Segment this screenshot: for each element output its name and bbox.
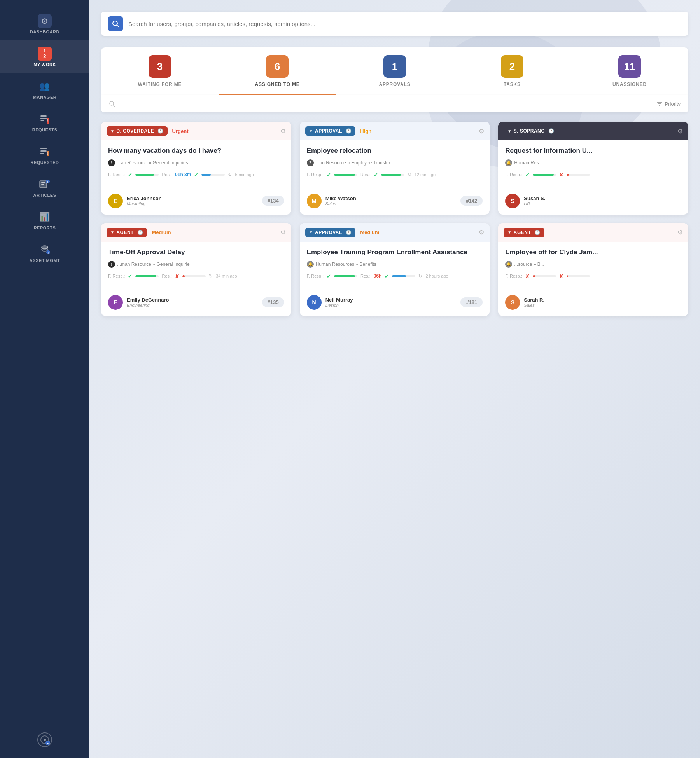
svg-rect-5	[40, 148, 47, 149]
card-4-gear-icon[interactable]: ⚙	[280, 229, 286, 236]
filter-priority-btn[interactable]: Priority	[656, 101, 681, 107]
tab-unassigned[interactable]: 11 UNASSIGNED	[571, 47, 688, 95]
sidebar-item-requests[interactable]: ! REQUESTS	[0, 106, 89, 138]
card-2-meta: F. Resp.: ✔ Res.: ✔ ↻ 12 min ago	[307, 172, 483, 178]
card-1-agent-dept: Marketing	[127, 201, 258, 206]
tab-label-approvals: APPROVALS	[379, 82, 411, 87]
svg-rect-0	[40, 115, 47, 117]
tab-badge-unassigned: 11	[618, 55, 641, 78]
card-1-body: How many vacation days do I have? ! ...a…	[101, 140, 291, 189]
card-5-progress2	[392, 275, 415, 277]
tab-approvals[interactable]: 1 APPROVALS	[336, 47, 453, 95]
card-5-tag: ▼ APPROVAL 🕐	[305, 228, 356, 237]
card-1-refresh-icon: ↻	[228, 172, 232, 177]
card-3-agent-info: Susan S. HR	[524, 196, 681, 206]
card-5-avatar: N	[307, 295, 322, 310]
card-4-agent-info: Emily DeGennaro Engineering	[127, 297, 258, 307]
tab-label-tasks: TASKS	[504, 82, 521, 87]
card-4-progress2	[182, 275, 206, 277]
sidebar-label-mywork: MY WORK	[33, 62, 56, 67]
filter-icon	[656, 101, 663, 107]
tab-badge-assigned: 6	[266, 55, 289, 78]
card-5-header: ▼ APPROVAL 🕐 Medium ⚙	[300, 223, 490, 242]
card-5-gear-icon[interactable]: ⚙	[479, 229, 484, 236]
sidebar-item-dashboard[interactable]: ⊙ DASHBOARD	[0, 8, 89, 40]
card-2-priority: High	[360, 128, 371, 134]
sidebar-label-reports: REPORTS	[34, 225, 56, 230]
tab-label-assigned: ASSIGNED TO ME	[255, 82, 300, 87]
card-4-body: Time-Off Approval Delay ! ...man Resourc…	[101, 242, 291, 290]
sidebar-item-reports[interactable]: 📊 REPORTS	[0, 204, 89, 236]
card-1-agent-name: Erica Johnson	[127, 196, 258, 201]
card-2-tag: ▼ APPROVAL 🕐	[305, 126, 356, 136]
card-4-path-icon: !	[108, 261, 115, 268]
card-1-path-icon: !	[108, 159, 115, 166]
card-5-title: Employee Training Program Enrollment Ass…	[307, 248, 483, 257]
card-4-avatar: E	[108, 295, 123, 310]
card-4-title: Time-Off Approval Delay	[108, 248, 284, 257]
card-1-avatar: E	[108, 194, 123, 208]
card-2-progress1	[334, 174, 357, 176]
card-2-header: ▼ APPROVAL 🕐 High ⚙	[300, 122, 490, 140]
card-1-header: ▼ D. COVERDALE 🕐 Urgent ⚙	[101, 122, 291, 140]
svg-point-20	[44, 739, 46, 741]
card-6-avatar: S	[505, 295, 520, 310]
svg-text:i: i	[48, 251, 49, 255]
card-4-path: ! ...man Resource » General Inquirie	[108, 261, 284, 268]
card-3-gear-icon[interactable]: ⚙	[677, 127, 683, 135]
card-1-path: ! ...an Resource » General Inquiries	[108, 159, 284, 166]
sidebar-item-manager[interactable]: 👥 MANAGER	[0, 73, 89, 106]
sidebar-item-articles[interactable]: i ARTICLES	[0, 171, 89, 204]
card-1-meta: F. Resp.: ✔ Res.: 01h 3m ✔ ↻ 5 min ago	[108, 172, 284, 178]
sidebar-logo: ●	[37, 724, 52, 758]
requests-icon: !	[38, 112, 52, 126]
svg-text:!: !	[47, 151, 49, 155]
svg-line-24	[117, 25, 119, 27]
card-4-meta: F. Resp.: ✔ Res.: ✘ ↻ 34 min ago	[108, 273, 284, 279]
filter-search	[109, 101, 656, 107]
filter-input[interactable]	[118, 101, 235, 107]
card-2-agent-name: Mike Watson	[326, 196, 457, 201]
sidebar-label-requested: REQUESTED	[31, 160, 59, 165]
search-input[interactable]	[128, 21, 681, 27]
tab-waiting[interactable]: 3 WAITING FOR ME	[101, 47, 219, 95]
sidebar-item-mywork[interactable]: 12 MY WORK	[0, 40, 89, 73]
card-1-agent-info: Erica Johnson Marketing	[127, 196, 258, 206]
card-6-meta: F. Resp.: ✘ ✘	[505, 273, 681, 279]
svg-rect-12	[41, 184, 44, 185]
card-6: ▼ AGENT 🕐 ⚙ Employee off for Clyde Jam..…	[498, 223, 688, 316]
card-1-footer: E Erica Johnson Marketing #134	[101, 189, 291, 215]
card-6-gear-icon[interactable]: ⚙	[677, 229, 683, 236]
card-4-priority: Medium	[152, 229, 171, 235]
sidebar: ⊙ DASHBOARD 12 MY WORK 👥 MANAGER ! REQUE…	[0, 0, 89, 758]
card-5: ▼ APPROVAL 🕐 Medium ⚙ Employee Training …	[300, 223, 490, 316]
card-3-progress2	[567, 174, 590, 176]
svg-rect-11	[41, 182, 45, 183]
cards-grid: ▼ D. COVERDALE 🕐 Urgent ⚙ How many vacat…	[101, 122, 688, 316]
svg-point-23	[113, 21, 117, 26]
card-6-path: 🔔 ...source » B...	[505, 261, 681, 268]
tab-tasks[interactable]: 2 TASKS	[453, 47, 571, 95]
sidebar-label-manager: MANAGER	[33, 95, 56, 100]
card-3-path-icon: 🔔	[505, 159, 512, 166]
tab-assigned[interactable]: 6 ASSIGNED TO ME	[219, 47, 336, 95]
card-5-meta: F. Resp.: ✔ Res.: 06h ✔ ↻ 2 hours ago	[307, 273, 483, 279]
filter-bar: Priority	[101, 95, 688, 112]
main-content: 3 WAITING FOR ME 6 ASSIGNED TO ME 1 APPR…	[89, 0, 700, 758]
card-6-title: Employee off for Clyde Jam...	[505, 248, 681, 257]
svg-line-26	[113, 105, 115, 107]
sidebar-item-assetmgmt[interactable]: i ASSET MGMT	[0, 236, 89, 269]
sidebar-item-requested[interactable]: ! REQUESTED	[0, 138, 89, 171]
svg-text:i: i	[47, 180, 49, 184]
card-5-body: Employee Training Program Enrollment Ass…	[300, 242, 490, 290]
manager-icon: 👥	[38, 79, 52, 93]
card-4-ticket: #135	[262, 297, 284, 307]
card-6-header: ▼ AGENT 🕐 ⚙	[498, 223, 688, 242]
card-1-gear-icon[interactable]: ⚙	[280, 127, 286, 135]
card-2-path: ? ...an Resource » Employee Transfer	[307, 159, 483, 166]
card-2-gear-icon[interactable]: ⚙	[479, 127, 484, 135]
sidebar-label-assetmgmt: ASSET MGMT	[30, 258, 60, 263]
card-5-agent-name: Neil Murray	[326, 297, 457, 303]
reports-icon: 📊	[38, 210, 52, 224]
search-icon-wrap[interactable]	[108, 16, 123, 31]
